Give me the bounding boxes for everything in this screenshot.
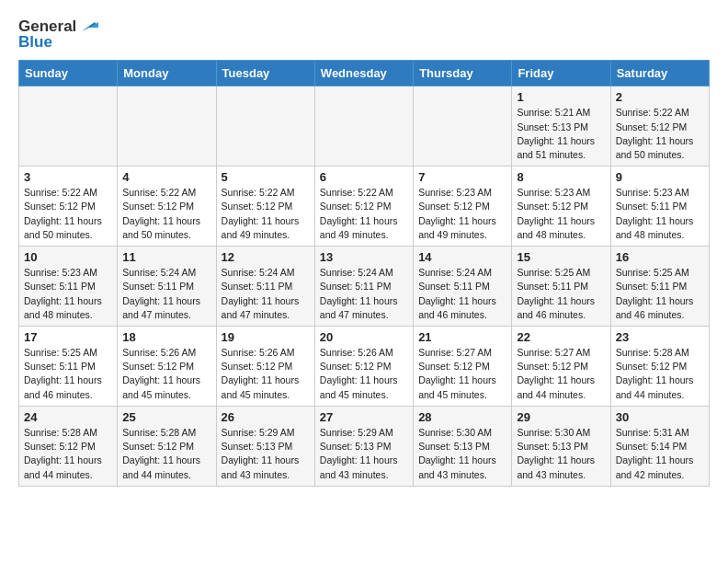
calendar-week-row: 1Sunrise: 5:21 AMSunset: 5:13 PMDaylight… (19, 86, 710, 167)
day-info: Sunrise: 5:25 AMSunset: 5:11 PMDaylight:… (517, 266, 605, 322)
calendar-week-row: 3Sunrise: 5:22 AMSunset: 5:12 PMDaylight… (19, 167, 710, 247)
day-of-week-header: Sunday (19, 61, 118, 86)
logo-box: General Blue (18, 18, 98, 51)
calendar-cell: 18Sunrise: 5:26 AMSunset: 5:12 PMDayligh… (118, 327, 216, 407)
calendar-cell: 1Sunrise: 5:21 AMSunset: 5:13 PMDaylight… (512, 86, 610, 167)
day-info: Sunrise: 5:23 AMSunset: 5:12 PMDaylight:… (418, 186, 506, 242)
page: General Blue SundayMondayTuesdayWednesda… (0, 0, 728, 501)
calendar-cell: 22Sunrise: 5:27 AMSunset: 5:12 PMDayligh… (512, 327, 610, 407)
day-number: 26 (222, 410, 310, 424)
calendar-cell (216, 86, 314, 167)
day-info: Sunrise: 5:22 AMSunset: 5:12 PMDaylight:… (24, 186, 112, 242)
day-number: 6 (320, 170, 408, 184)
day-number: 28 (418, 410, 506, 424)
calendar-table: SundayMondayTuesdayWednesdayThursdayFrid… (18, 60, 710, 486)
calendar-cell: 6Sunrise: 5:22 AMSunset: 5:12 PMDaylight… (314, 167, 413, 247)
day-number: 2 (616, 90, 704, 104)
calendar-cell: 30Sunrise: 5:31 AMSunset: 5:14 PMDayligh… (610, 406, 709, 486)
calendar-cell: 11Sunrise: 5:24 AMSunset: 5:11 PMDayligh… (118, 247, 216, 327)
calendar-cell: 21Sunrise: 5:27 AMSunset: 5:12 PMDayligh… (414, 327, 512, 407)
day-info: Sunrise: 5:28 AMSunset: 5:12 PMDaylight:… (616, 346, 704, 402)
day-number: 3 (24, 170, 112, 184)
calendar-cell: 29Sunrise: 5:30 AMSunset: 5:13 PMDayligh… (512, 406, 610, 486)
calendar-week-row: 17Sunrise: 5:25 AMSunset: 5:11 PMDayligh… (19, 327, 710, 407)
day-number: 14 (418, 250, 506, 264)
calendar-cell: 24Sunrise: 5:28 AMSunset: 5:12 PMDayligh… (19, 406, 118, 486)
day-number: 23 (616, 330, 704, 344)
day-number: 29 (517, 410, 605, 424)
calendar-cell: 28Sunrise: 5:30 AMSunset: 5:13 PMDayligh… (414, 406, 512, 486)
day-of-week-header: Friday (512, 61, 610, 86)
calendar-cell: 3Sunrise: 5:22 AMSunset: 5:12 PMDaylight… (19, 167, 118, 247)
calendar-cell: 2Sunrise: 5:22 AMSunset: 5:12 PMDaylight… (610, 86, 709, 167)
day-number: 11 (122, 250, 210, 264)
day-number: 22 (517, 330, 605, 344)
day-info: Sunrise: 5:31 AMSunset: 5:14 PMDaylight:… (616, 426, 704, 482)
day-number: 15 (517, 250, 605, 264)
calendar-cell: 13Sunrise: 5:24 AMSunset: 5:11 PMDayligh… (314, 247, 413, 327)
day-number: 13 (320, 250, 408, 264)
day-info: Sunrise: 5:29 AMSunset: 5:13 PMDaylight:… (320, 426, 408, 482)
calendar-cell: 7Sunrise: 5:23 AMSunset: 5:12 PMDaylight… (414, 167, 512, 247)
day-number: 18 (122, 330, 210, 344)
day-number: 1 (517, 90, 605, 104)
calendar-cell: 19Sunrise: 5:26 AMSunset: 5:12 PMDayligh… (216, 327, 314, 407)
calendar-cell: 25Sunrise: 5:28 AMSunset: 5:12 PMDayligh… (118, 406, 216, 486)
header: General Blue (18, 15, 710, 51)
day-info: Sunrise: 5:28 AMSunset: 5:12 PMDaylight:… (122, 426, 210, 482)
day-number: 17 (24, 330, 112, 344)
calendar-cell: 14Sunrise: 5:24 AMSunset: 5:11 PMDayligh… (414, 247, 512, 327)
calendar-cell: 16Sunrise: 5:25 AMSunset: 5:11 PMDayligh… (610, 247, 709, 327)
day-info: Sunrise: 5:21 AMSunset: 5:13 PMDaylight:… (517, 106, 605, 162)
day-info: Sunrise: 5:26 AMSunset: 5:12 PMDaylight:… (122, 346, 210, 402)
calendar-cell: 20Sunrise: 5:26 AMSunset: 5:12 PMDayligh… (314, 327, 413, 407)
day-number: 8 (517, 170, 605, 184)
day-number: 20 (320, 330, 408, 344)
day-of-week-header: Monday (118, 61, 216, 86)
day-number: 7 (418, 170, 506, 184)
calendar-cell: 27Sunrise: 5:29 AMSunset: 5:13 PMDayligh… (314, 406, 413, 486)
day-info: Sunrise: 5:30 AMSunset: 5:13 PMDaylight:… (418, 426, 506, 482)
day-number: 19 (222, 330, 310, 344)
calendar-cell: 15Sunrise: 5:25 AMSunset: 5:11 PMDayligh… (512, 247, 610, 327)
day-number: 24 (24, 410, 112, 424)
logo-bird-icon (78, 18, 98, 35)
calendar-cell: 26Sunrise: 5:29 AMSunset: 5:13 PMDayligh… (216, 406, 314, 486)
day-info: Sunrise: 5:24 AMSunset: 5:11 PMDaylight:… (222, 266, 310, 322)
calendar-cell: 10Sunrise: 5:23 AMSunset: 5:11 PMDayligh… (19, 247, 118, 327)
day-of-week-header: Wednesday (314, 61, 413, 86)
calendar-cell: 5Sunrise: 5:22 AMSunset: 5:12 PMDaylight… (216, 167, 314, 247)
calendar-cell (314, 86, 413, 167)
day-info: Sunrise: 5:24 AMSunset: 5:11 PMDaylight:… (320, 266, 408, 322)
day-info: Sunrise: 5:25 AMSunset: 5:11 PMDaylight:… (24, 346, 112, 402)
day-info: Sunrise: 5:22 AMSunset: 5:12 PMDaylight:… (616, 106, 704, 162)
calendar-cell: 8Sunrise: 5:23 AMSunset: 5:12 PMDaylight… (512, 167, 610, 247)
day-number: 10 (24, 250, 112, 264)
day-info: Sunrise: 5:23 AMSunset: 5:11 PMDaylight:… (616, 186, 704, 242)
calendar-cell: 23Sunrise: 5:28 AMSunset: 5:12 PMDayligh… (610, 327, 709, 407)
day-number: 16 (616, 250, 704, 264)
calendar-week-row: 10Sunrise: 5:23 AMSunset: 5:11 PMDayligh… (19, 247, 710, 327)
day-info: Sunrise: 5:23 AMSunset: 5:12 PMDaylight:… (517, 186, 605, 242)
day-of-week-header: Saturday (610, 61, 709, 86)
day-number: 27 (320, 410, 408, 424)
calendar-cell (118, 86, 216, 167)
calendar-cell: 17Sunrise: 5:25 AMSunset: 5:11 PMDayligh… (19, 327, 118, 407)
day-info: Sunrise: 5:29 AMSunset: 5:13 PMDaylight:… (222, 426, 310, 482)
day-of-week-header: Thursday (414, 61, 512, 86)
day-number: 4 (122, 170, 210, 184)
calendar-cell: 12Sunrise: 5:24 AMSunset: 5:11 PMDayligh… (216, 247, 314, 327)
day-number: 9 (616, 170, 704, 184)
day-info: Sunrise: 5:23 AMSunset: 5:11 PMDaylight:… (24, 266, 112, 322)
day-info: Sunrise: 5:22 AMSunset: 5:12 PMDaylight:… (222, 186, 310, 242)
day-of-week-header: Tuesday (216, 61, 314, 86)
calendar-cell (19, 86, 118, 167)
calendar-header-row: SundayMondayTuesdayWednesdayThursdayFrid… (19, 61, 710, 86)
day-number: 30 (616, 410, 704, 424)
day-info: Sunrise: 5:28 AMSunset: 5:12 PMDaylight:… (24, 426, 112, 482)
day-number: 12 (222, 250, 310, 264)
day-info: Sunrise: 5:22 AMSunset: 5:12 PMDaylight:… (320, 186, 408, 242)
logo-blue-text: Blue (18, 34, 52, 52)
day-number: 25 (122, 410, 210, 424)
day-info: Sunrise: 5:27 AMSunset: 5:12 PMDaylight:… (517, 346, 605, 402)
